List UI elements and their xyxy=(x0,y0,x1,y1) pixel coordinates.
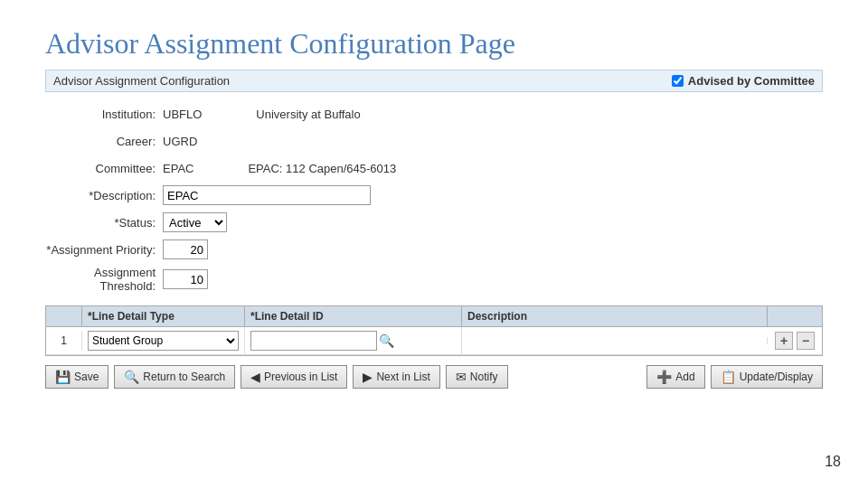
col-line-detail-id-header: *Line Detail ID xyxy=(245,306,462,326)
update-display-label: Update/Display xyxy=(740,371,813,383)
assignment-threshold-row: Assignment Threshold: xyxy=(45,266,823,293)
row-id-search-area: 🔍 xyxy=(250,331,456,351)
page-number: 18 xyxy=(825,454,841,470)
col-description-header: Description xyxy=(462,306,768,326)
assignment-priority-row: *Assignment Priority: xyxy=(45,239,823,260)
assignment-priority-input[interactable] xyxy=(163,239,208,259)
description-row: *Description: xyxy=(45,184,823,206)
status-label: *Status: xyxy=(45,216,163,230)
previous-icon: ◀ xyxy=(250,370,260,384)
save-button[interactable]: 💾 Save xyxy=(45,365,108,389)
col-line-detail-type-header: *Line Detail Type xyxy=(82,306,245,326)
notify-icon: ✉ xyxy=(456,370,467,384)
institution-name: University at Buffalo xyxy=(256,108,360,121)
assignment-threshold-label: Assignment Threshold: xyxy=(45,266,163,293)
advised-by-committee-checkbox[interactable] xyxy=(672,75,684,87)
description-label: *Description: xyxy=(45,189,163,202)
add-label: Add xyxy=(675,371,694,383)
update-display-button[interactable]: 📋 Update/Display xyxy=(711,365,823,389)
add-button[interactable]: ➕ Add xyxy=(646,365,704,389)
table-row: 1 Student Group Academic Plan Academic P… xyxy=(46,327,822,355)
row-type-select[interactable]: Student Group Academic Plan Academic Pro… xyxy=(88,331,239,351)
notify-label: Notify xyxy=(470,371,498,383)
committee-code: EPAC xyxy=(163,162,193,175)
page-title: Advisor Assignment Configuration Page xyxy=(45,27,823,61)
row-number: 1 xyxy=(46,331,82,351)
add-icon: ➕ xyxy=(656,370,672,384)
status-select[interactable]: Active Inactive xyxy=(163,212,227,232)
assignment-priority-label: *Assignment Priority: xyxy=(45,243,163,257)
assignment-threshold-input[interactable] xyxy=(163,269,208,289)
career-row: Career: UGRD xyxy=(45,130,823,152)
next-label: Next in List xyxy=(376,371,429,383)
next-icon: ▶ xyxy=(363,370,373,384)
table-header: *Line Detail Type *Line Detail ID Descri… xyxy=(46,306,822,327)
row-id-cell: 🔍 xyxy=(245,327,462,354)
advised-by-committee-label: Advised by Committee xyxy=(688,74,815,88)
notify-button[interactable]: ✉ Notify xyxy=(446,365,508,389)
institution-label: Institution: xyxy=(45,108,163,121)
institution-row: Institution: UBFLO University at Buffalo xyxy=(45,103,823,125)
career-value: UGRD xyxy=(163,135,197,148)
add-remove-area: + − xyxy=(773,332,816,350)
committee-label: Committee: xyxy=(45,162,163,175)
section-header-title: Advisor Assignment Configuration xyxy=(53,74,230,88)
row-id-input[interactable] xyxy=(250,331,377,351)
advised-by-committee-area: Advised by Committee xyxy=(672,74,815,88)
col-actions-header xyxy=(768,306,822,326)
committee-row: Committee: EPAC EPAC: 112 Capen/645-6013 xyxy=(45,157,823,179)
row-description-cell xyxy=(462,337,768,344)
form-area: Institution: UBFLO University at Buffalo… xyxy=(45,99,823,305)
save-icon: 💾 xyxy=(55,370,71,384)
section-header: Advisor Assignment Configuration Advised… xyxy=(45,70,823,92)
add-row-button[interactable]: + xyxy=(775,332,793,350)
return-search-icon: 🔍 xyxy=(124,370,139,384)
save-label: Save xyxy=(74,371,99,383)
update-display-icon: 📋 xyxy=(721,370,736,384)
row-id-search-button[interactable]: 🔍 xyxy=(377,333,396,348)
remove-row-button[interactable]: − xyxy=(797,332,815,350)
status-row: *Status: Active Inactive xyxy=(45,211,823,233)
row-type-cell: Student Group Academic Plan Academic Pro… xyxy=(82,327,245,354)
committee-detail: EPAC: 112 Capen/645-6013 xyxy=(248,162,396,175)
return-search-label: Return to Search xyxy=(143,371,225,383)
institution-code: UBFLO xyxy=(163,108,202,121)
row-actions-cell: + − xyxy=(768,328,822,353)
career-label: Career: xyxy=(45,135,163,148)
description-input[interactable] xyxy=(163,185,371,205)
previous-label: Previous in List xyxy=(264,371,337,383)
return-search-button[interactable]: 🔍 Return to Search xyxy=(114,365,235,389)
line-detail-table: *Line Detail Type *Line Detail ID Descri… xyxy=(45,305,823,356)
action-bar: 💾 Save 🔍 Return to Search ◀ Previous in … xyxy=(45,365,823,389)
next-button[interactable]: ▶ Next in List xyxy=(353,365,439,389)
previous-button[interactable]: ◀ Previous in List xyxy=(241,365,347,389)
col-row-num-header xyxy=(46,306,82,326)
